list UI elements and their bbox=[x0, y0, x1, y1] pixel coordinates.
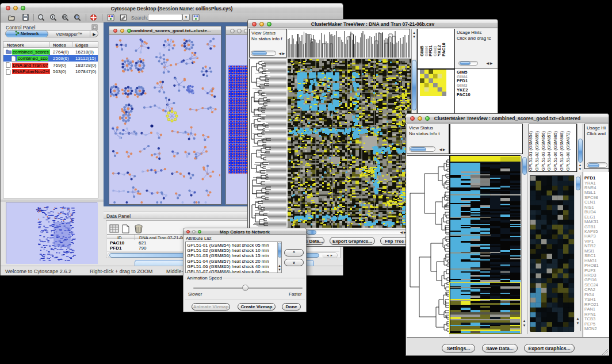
svg-text:GPL51-07 (GSM868): GPL51-07 (GSM868) bbox=[559, 131, 564, 171]
svg-text:GPL51-01 (GSM854): GPL51-01 (GSM854) bbox=[529, 131, 533, 171]
svg-text:GPL51-06 (GSM865): GPL51-06 (GSM865) bbox=[553, 131, 558, 171]
svg-text:GPL51-03 (GSM856): GPL51-03 (GSM856) bbox=[541, 131, 546, 171]
svg-text:GPL51-04 (GSM857): GPL51-04 (GSM857) bbox=[546, 131, 552, 171]
svg-text:GPL51-08 (GSM872): GPL51-08 (GSM872) bbox=[565, 131, 571, 171]
svg-text:GPL51-02 (GSM855): GPL51-02 (GSM855) bbox=[534, 131, 540, 171]
svg-text:PAC10: PAC10 bbox=[441, 43, 446, 56]
